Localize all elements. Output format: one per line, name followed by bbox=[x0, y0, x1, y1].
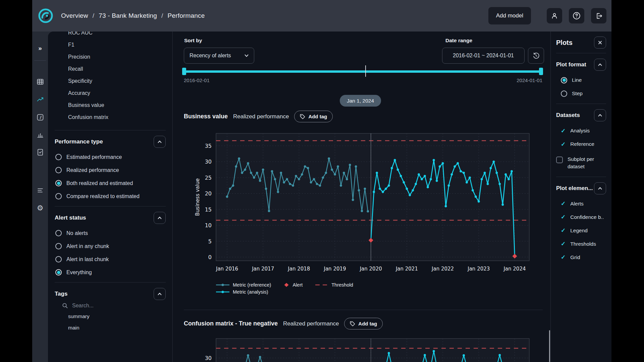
legend-metric-analysis[interactable]: Metric (analysis) bbox=[216, 289, 271, 295]
chart-1-add-tag-button[interactable]: Add tag bbox=[294, 111, 333, 122]
rail-item-settings[interactable]: ⚙ bbox=[32, 203, 48, 213]
svg-text:Jan 2018: Jan 2018 bbox=[287, 266, 310, 272]
radio-no-alerts[interactable]: No alerts bbox=[55, 227, 166, 240]
settings-gear-icon: ⚙ bbox=[37, 204, 44, 213]
tags-title: Tags bbox=[55, 291, 67, 297]
plot-elements-collapse-button[interactable] bbox=[594, 182, 606, 194]
tags-header: Tags bbox=[55, 288, 166, 300]
user-button[interactable] bbox=[547, 8, 562, 23]
svg-text:5: 5 bbox=[208, 238, 212, 245]
check-label: Analysis bbox=[570, 128, 590, 134]
plot-element-check-thresholds[interactable]: ✓ Thresholds bbox=[556, 237, 606, 251]
logout-button[interactable] bbox=[591, 8, 606, 23]
rail-item-performance[interactable] bbox=[32, 95, 48, 104]
plot-element-check-legend[interactable]: ✓ Legend bbox=[556, 224, 606, 237]
tags-collapse-button[interactable] bbox=[154, 288, 166, 300]
breadcrumb-model[interactable]: 73 - Bank Marketing bbox=[99, 12, 157, 19]
legend-alert[interactable]: Alert bbox=[284, 282, 303, 288]
plot-element-check-confidence-bands[interactable]: ✓ Confidence b.. bbox=[556, 210, 606, 224]
slider-handle-end[interactable] bbox=[539, 68, 543, 75]
radio-everything[interactable]: Everything bbox=[55, 266, 166, 279]
radio-alert-last-chunk[interactable]: Alert in last chunk bbox=[55, 253, 166, 266]
sort-by-select[interactable]: Recency of alerts bbox=[184, 48, 254, 64]
radio-estimated-performance[interactable]: Estimated performance bbox=[55, 150, 166, 164]
dataset-check-analysis[interactable]: ✓ Analysis bbox=[556, 124, 606, 137]
metric-item-f1[interactable]: F1 bbox=[55, 39, 166, 51]
chart-2-add-tag-button[interactable]: Add tag bbox=[344, 318, 383, 329]
add-model-button[interactable]: Add model bbox=[488, 7, 531, 24]
chart-2-header: Confusion matrix - True negative Realize… bbox=[184, 318, 383, 329]
svg-text:Jan 2021: Jan 2021 bbox=[395, 266, 418, 272]
performance-type-collapse-button[interactable] bbox=[154, 136, 166, 148]
slider-start-label: 2016-02-01 bbox=[184, 77, 210, 83]
check-label: Reference bbox=[570, 141, 594, 147]
dash-swatch-icon bbox=[315, 284, 328, 286]
tags-search-input[interactable] bbox=[72, 303, 122, 309]
metric-item-roc-auc[interactable]: ROC AUC bbox=[55, 32, 166, 39]
rail-item-data[interactable] bbox=[32, 77, 48, 86]
dataset-check-reference[interactable]: ✓ Reference bbox=[556, 137, 606, 151]
plot-elements-header: Plot elemen... bbox=[556, 182, 606, 194]
breadcrumb-overview[interactable]: Overview bbox=[61, 12, 88, 19]
metric-item-confusion-matrix[interactable]: Confusion matrix bbox=[55, 111, 166, 123]
divider bbox=[556, 104, 606, 104]
legend-threshold[interactable]: Threshold bbox=[315, 282, 353, 288]
plot-format-collapse-button[interactable] bbox=[594, 59, 606, 71]
rail-item-distributions[interactable] bbox=[32, 130, 48, 139]
legend-label: Threshold bbox=[331, 282, 353, 288]
datasets-collapse-button[interactable] bbox=[594, 109, 606, 121]
slider-marker bbox=[365, 65, 366, 77]
metrics-list: ROC AUC F1 Precision Recall Specificity … bbox=[55, 32, 166, 127]
alert-status-collapse-button[interactable] bbox=[154, 212, 166, 224]
divider bbox=[556, 177, 606, 177]
expand-sidebar-button[interactable]: » bbox=[32, 44, 48, 53]
nannyml-logo bbox=[38, 8, 54, 24]
metric-item-precision[interactable]: Precision bbox=[55, 51, 166, 63]
rail-item-functions[interactable]: f bbox=[32, 113, 48, 122]
chart-separator bbox=[184, 310, 543, 310]
date-range-slider-track[interactable] bbox=[184, 70, 543, 73]
help-button[interactable] bbox=[569, 8, 584, 23]
legend-label: Alert bbox=[292, 282, 303, 288]
radio-both-realized-estimated[interactable]: Both realized and estimated bbox=[55, 177, 166, 190]
radio-compare-realized-estimated[interactable]: Compare realized to estimated bbox=[55, 190, 166, 203]
breadcrumb-page[interactable]: Performance bbox=[168, 12, 205, 19]
chart-1-canvas[interactable]: 05101520253035Jan 2016Jan 2017Jan 2018Ja… bbox=[193, 132, 532, 276]
slider-handle-start[interactable] bbox=[182, 68, 186, 75]
metric-item-business-value[interactable]: Business value bbox=[55, 99, 166, 111]
radio-label: Both realized and estimated bbox=[66, 180, 133, 186]
rail-item-reports[interactable] bbox=[32, 147, 48, 157]
date-range-input[interactable]: 2016-02-01 ~ 2024-01-01 bbox=[442, 48, 525, 64]
radio-plot-format-line[interactable]: Line bbox=[556, 73, 606, 87]
top-header: Overview / 73 - Bank Marketing / Perform… bbox=[32, 0, 611, 32]
radio-icon bbox=[55, 180, 62, 186]
tag-item-main[interactable]: main bbox=[55, 322, 166, 334]
rail-item-logs[interactable] bbox=[32, 186, 48, 195]
svg-text:Jan 2024: Jan 2024 bbox=[503, 266, 526, 272]
chart-2-canvas[interactable]: 30 bbox=[193, 338, 532, 362]
line-swatch-icon bbox=[216, 283, 229, 287]
tag-icon bbox=[350, 321, 355, 326]
performance-type-title: Performance type bbox=[55, 138, 103, 145]
date-range-label: Date range bbox=[445, 38, 472, 44]
radio-alert-any-chunk[interactable]: Alert in any chunk bbox=[55, 240, 166, 253]
main-scrollbar-thumb[interactable] bbox=[549, 330, 550, 362]
performance-type-header: Performance type bbox=[55, 136, 166, 148]
radio-icon bbox=[55, 269, 62, 276]
radio-realized-performance[interactable]: Realized performance bbox=[55, 164, 166, 177]
subplot-per-dataset-toggle[interactable]: Subplot per dataset bbox=[556, 156, 606, 171]
radio-plot-format-step[interactable]: Step bbox=[556, 87, 606, 100]
reset-date-range-button[interactable] bbox=[528, 48, 544, 64]
metric-item-recall[interactable]: Recall bbox=[55, 63, 166, 75]
chart-2-title: Confusion matrix - True negative bbox=[184, 320, 278, 327]
metric-item-accuracy[interactable]: Accuracy bbox=[55, 87, 166, 99]
radio-icon bbox=[55, 193, 62, 199]
legend-metric-reference[interactable]: Metric (reference) bbox=[216, 282, 271, 288]
tag-item-summary[interactable]: summary bbox=[55, 311, 166, 322]
plots-panel-close-button[interactable] bbox=[594, 37, 606, 49]
metric-item-specificity[interactable]: Specificity bbox=[55, 75, 166, 87]
plot-element-check-alerts[interactable]: ✓ Alerts bbox=[556, 197, 606, 210]
plot-element-check-grid[interactable]: ✓ Grid bbox=[556, 251, 606, 264]
line-swatch-icon bbox=[216, 290, 229, 294]
chevron-up-icon bbox=[158, 293, 162, 295]
